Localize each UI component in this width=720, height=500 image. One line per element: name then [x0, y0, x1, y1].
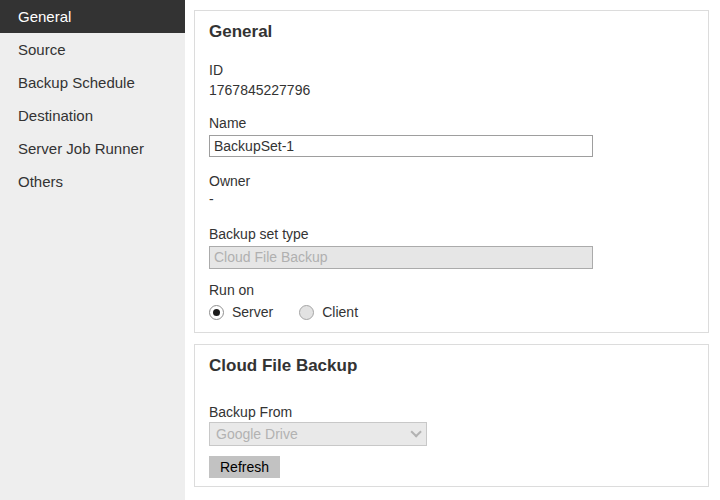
radio-server-label[interactable]: Server — [232, 304, 273, 320]
general-section-title: General — [209, 23, 694, 41]
refresh-button[interactable]: Refresh — [209, 456, 280, 478]
run-on-radio-group: Server Client — [209, 304, 694, 320]
backup-from-selected-value: Google Drive — [216, 426, 410, 442]
owner-value: - — [209, 191, 694, 207]
radio-client-label[interactable]: Client — [322, 304, 358, 320]
sidebar-item-general[interactable]: General — [0, 0, 185, 33]
sidebar-item-backup-schedule[interactable]: Backup Schedule — [0, 66, 185, 99]
cloud-file-backup-card: Cloud File Backup Backup From Google Dri… — [194, 344, 709, 487]
name-input[interactable] — [209, 135, 593, 157]
backup-from-label: Backup From — [209, 404, 694, 420]
general-section-card: General ID 1767845227796 Name Owner - Ba… — [194, 10, 709, 333]
sidebar-item-server-job-runner[interactable]: Server Job Runner — [0, 132, 185, 165]
sidebar-item-destination[interactable]: Destination — [0, 99, 185, 132]
radio-client-icon[interactable] — [299, 305, 314, 320]
backup-set-type-field: Cloud File Backup — [209, 246, 593, 269]
radio-server-icon[interactable] — [209, 305, 224, 320]
run-on-label: Run on — [209, 282, 694, 298]
main-content: General ID 1767845227796 Name Owner - Ba… — [194, 0, 709, 487]
id-value: 1767845227796 — [209, 82, 694, 98]
backup-from-select: Google Drive — [209, 422, 427, 446]
sidebar-item-others[interactable]: Others — [0, 165, 185, 198]
id-label: ID — [209, 62, 694, 78]
cloud-file-backup-title: Cloud File Backup — [209, 357, 694, 375]
sidebar-item-source[interactable]: Source — [0, 33, 185, 66]
name-label: Name — [209, 115, 694, 131]
settings-sidebar: General Source Backup Schedule Destinati… — [0, 0, 185, 500]
owner-label: Owner — [209, 173, 694, 189]
chevron-down-icon — [410, 426, 421, 437]
backup-set-type-label: Backup set type — [209, 226, 694, 242]
